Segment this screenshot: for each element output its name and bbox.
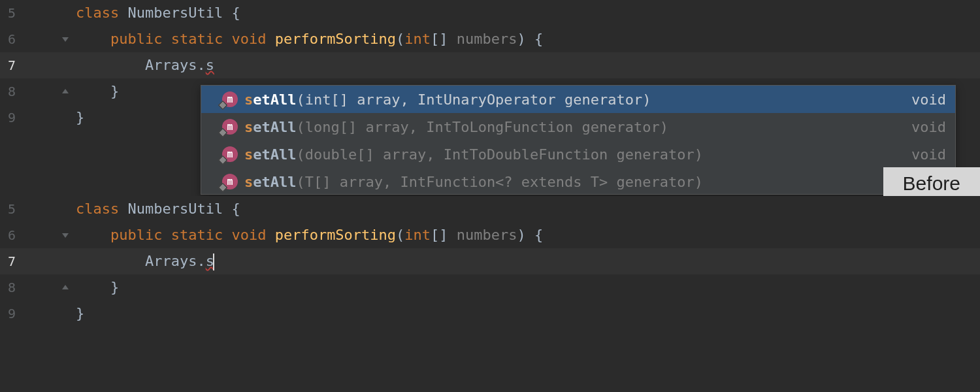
method-icon: m <box>222 146 238 162</box>
panel-before: 5 6 7 8 9 class NumbersUtil { public sta… <box>0 0 980 196</box>
fold-toggle-icon[interactable] <box>60 34 71 44</box>
completion-signature: setAll(long[] array, IntToLongFunction g… <box>244 119 904 135</box>
code-line-active[interactable]: Arrays.s <box>73 52 980 78</box>
line-number: 6 <box>0 26 73 52</box>
code-line[interactable]: public static void performSorting(int[] … <box>73 222 980 248</box>
line-number: 9 <box>0 301 73 327</box>
text-caret <box>213 253 214 270</box>
code-content[interactable]: class NumbersUtil { public static void p… <box>73 196 980 327</box>
line-number: 8 <box>0 78 73 105</box>
completion-item[interactable]: · m setAll(int[] array, IntUnaryOperator… <box>201 86 955 113</box>
method-icon: m <box>222 174 238 189</box>
method-icon: m <box>222 91 238 107</box>
completion-return-type: void <box>911 119 946 135</box>
line-number: 8 <box>0 274 73 301</box>
completion-item[interactable]: · m setAll(long[] array, IntToLongFuncti… <box>201 113 955 140</box>
completion-signature: setAll(int[] array, IntUnaryOperator gen… <box>244 91 904 108</box>
line-number: 9 <box>0 105 73 131</box>
completion-signature: setAll(T[] array, IntFunction<? extends … <box>244 174 938 190</box>
gutter: 5 6 7 8 9 <box>0 196 73 327</box>
completion-return-type: void <box>911 91 946 108</box>
code-line[interactable]: class NumbersUtil { <box>73 196 980 222</box>
line-number: 5 <box>0 0 73 26</box>
line-number: 6 <box>0 222 73 248</box>
line-number: 7 <box>0 52 73 78</box>
method-icon: m <box>222 119 238 135</box>
label-before: Before <box>883 167 980 200</box>
code-line[interactable]: public static void performSorting(int[] … <box>73 26 980 52</box>
completion-return-type: void <box>911 146 946 163</box>
autocomplete-popup-before[interactable]: · m setAll(int[] array, IntUnaryOperator… <box>201 85 956 195</box>
gutter: 5 6 7 8 9 <box>0 0 73 131</box>
code-line[interactable]: class NumbersUtil { <box>73 0 980 26</box>
code-line[interactable]: } <box>73 301 980 327</box>
line-number: 7 <box>0 248 73 274</box>
code-line[interactable]: } <box>73 274 980 301</box>
completion-item[interactable]: · m setAll(T[] array, IntFunction<? exte… <box>201 168 955 195</box>
completion-item[interactable]: · m setAll(double[] array, IntToDoubleFu… <box>201 140 955 168</box>
fold-toggle-icon[interactable] <box>60 86 71 97</box>
fold-toggle-icon[interactable] <box>60 230 71 240</box>
fold-toggle-icon[interactable] <box>60 282 71 293</box>
panel-after: 5 6 7 8 9 class NumbersUtil { public sta… <box>0 196 980 392</box>
code-line-active[interactable]: Arrays.s <box>73 248 980 274</box>
editor-after[interactable]: 5 6 7 8 9 class NumbersUtil { public sta… <box>0 196 980 327</box>
completion-signature: setAll(double[] array, IntToDoubleFuncti… <box>244 146 904 163</box>
line-number: 5 <box>0 196 73 222</box>
